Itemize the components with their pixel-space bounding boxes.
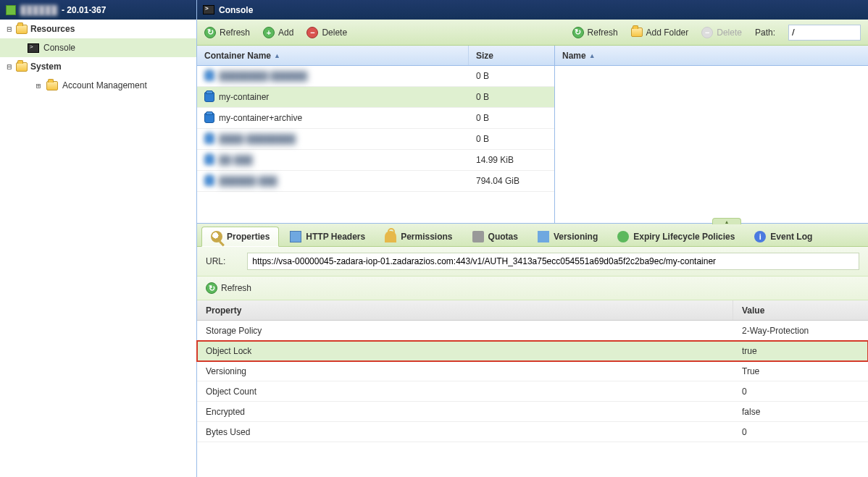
- containers-header: Container Name ▲ Size: [197, 46, 554, 66]
- property-row[interactable]: Bytes Used0: [197, 422, 868, 442]
- container-name: ████-████████: [219, 134, 296, 144]
- props-toolbar: Refresh: [197, 277, 868, 300]
- table-row[interactable]: my-container+archive0 B: [197, 108, 554, 129]
- property-name: Object Count: [197, 387, 733, 397]
- version-label: - 20.01-367: [62, 5, 106, 15]
- property-row[interactable]: Storage Policy2-Way-Protection: [197, 321, 868, 341]
- objects-header: Name ▲: [555, 46, 868, 66]
- system-label: System: [30, 62, 62, 72]
- add-icon: [263, 27, 275, 38]
- container-icon: [204, 92, 214, 102]
- account-label: Account Management: [62, 80, 147, 90]
- collapse-icon[interactable]: ⊟: [6, 25, 13, 34]
- folder-icon: [631, 28, 643, 37]
- console-icon: [28, 43, 39, 53]
- objects-grid: Name ▲: [555, 46, 868, 223]
- splitter-handle[interactable]: ▴: [712, 218, 741, 224]
- property-row[interactable]: Encryptedfalse: [197, 402, 868, 422]
- container-icon: [204, 176, 214, 186]
- container-icon: [204, 71, 214, 81]
- container-name: ██████-███: [219, 176, 277, 186]
- tab-http-headers[interactable]: HTTP Headers: [281, 227, 374, 246]
- folder-icon: [16, 25, 28, 34]
- refresh-icon: [206, 282, 217, 294]
- table-row[interactable]: ██████-███794.04 GiB: [197, 171, 554, 192]
- delete-button[interactable]: Delete: [306, 27, 347, 38]
- tab-properties[interactable]: Properties: [201, 227, 279, 247]
- url-bar: URL:: [197, 247, 868, 277]
- container-size: 0 B: [469, 134, 554, 144]
- main-panel: Console Refresh Add Delete Refresh: [197, 0, 868, 477]
- col-size[interactable]: Size: [469, 51, 501, 61]
- folder-icon: [16, 62, 28, 72]
- property-name: Versioning: [197, 366, 733, 376]
- container-size: 0 B: [469, 92, 554, 102]
- folder-icon: [46, 81, 58, 90]
- col-value[interactable]: Value: [733, 305, 868, 316]
- objects-body: [555, 66, 868, 223]
- table-row[interactable]: my-container0 B: [197, 87, 554, 108]
- url-label: URL:: [206, 256, 225, 266]
- console-label: Console: [43, 43, 75, 53]
- table-row[interactable]: ██-███14.99 KiB: [197, 150, 554, 171]
- property-value: 0: [733, 387, 868, 397]
- container-name: ████████ ██████: [219, 71, 307, 81]
- status-indicator: [6, 5, 16, 15]
- collapse-icon[interactable]: ⊟: [6, 62, 13, 72]
- tenant-name-obscured: ██████: [20, 5, 57, 15]
- page-title: Console: [219, 5, 253, 15]
- add-folder-button[interactable]: Add Folder: [631, 28, 689, 38]
- tab-quotas[interactable]: Quotas: [464, 227, 527, 246]
- delete-icon: [701, 27, 713, 38]
- tab-versioning[interactable]: Versioning: [529, 227, 606, 246]
- col-object-name[interactable]: Name ▲: [555, 51, 603, 61]
- property-value: false: [733, 407, 868, 417]
- sidebar: ██████ - 20.01-367 ⊟ Resources Console ⊟…: [0, 0, 197, 477]
- tree-item-console[interactable]: Console: [0, 38, 196, 57]
- toolbar: Refresh Add Delete Refresh Add Folder: [197, 20, 868, 46]
- refresh-button[interactable]: Refresh: [204, 27, 250, 38]
- property-row[interactable]: VersioningTrue: [197, 361, 868, 381]
- http-icon: [290, 231, 301, 242]
- tree-item-account-management[interactable]: ⊞ Account Management: [0, 76, 196, 95]
- resources-label: Resources: [30, 24, 75, 34]
- container-icon: [204, 155, 214, 165]
- properties-icon: [211, 231, 222, 242]
- info-icon: [754, 231, 766, 242]
- container-name: my-container+archive: [219, 113, 302, 123]
- property-name: Bytes Used: [197, 427, 733, 437]
- refresh-icon: [204, 27, 216, 38]
- table-row[interactable]: ████████ ██████0 B: [197, 66, 554, 87]
- sort-asc-icon: ▲: [274, 52, 280, 59]
- tree-node-system[interactable]: ⊟ System: [0, 57, 196, 76]
- col-property[interactable]: Property: [197, 300, 733, 320]
- refresh-props-button[interactable]: Refresh: [206, 282, 859, 294]
- url-value[interactable]: [247, 253, 859, 270]
- props-header: Property Value: [197, 300, 868, 321]
- container-name: my-container: [219, 92, 269, 102]
- tab-expiry[interactable]: Expiry Lifecycle Policies: [609, 227, 743, 246]
- property-value: 2-Way-Protection: [733, 326, 868, 336]
- property-name: Encrypted: [197, 407, 733, 417]
- refresh-objects-button[interactable]: Refresh: [572, 27, 618, 38]
- tabbar: Properties HTTP Headers Permissions Quot…: [197, 224, 868, 247]
- tab-event-log[interactable]: Event Log: [746, 227, 821, 246]
- sidebar-header: ██████ - 20.01-367: [0, 0, 196, 20]
- nav-tree: ⊟ Resources Console ⊟ System ⊞ Account M…: [0, 20, 196, 477]
- quota-icon: [472, 231, 484, 242]
- property-row[interactable]: Object Count0: [197, 381, 868, 402]
- property-row[interactable]: Object Locktrue: [197, 341, 868, 361]
- property-value: 0: [733, 427, 868, 437]
- delete-icon: [306, 27, 318, 38]
- path-input[interactable]: [788, 25, 861, 41]
- add-button[interactable]: Add: [263, 27, 293, 38]
- property-name: Object Lock: [197, 346, 733, 356]
- tree-node-resources[interactable]: ⊟ Resources: [0, 20, 196, 38]
- expand-icon[interactable]: ⊞: [35, 81, 42, 90]
- property-name: Storage Policy: [197, 326, 733, 336]
- container-size: 0 B: [469, 113, 554, 123]
- table-row[interactable]: ████-████████0 B: [197, 129, 554, 150]
- col-container-name[interactable]: Container Name ▲: [197, 46, 469, 65]
- delete-object-button: Delete: [701, 27, 742, 38]
- tab-permissions[interactable]: Permissions: [376, 227, 461, 246]
